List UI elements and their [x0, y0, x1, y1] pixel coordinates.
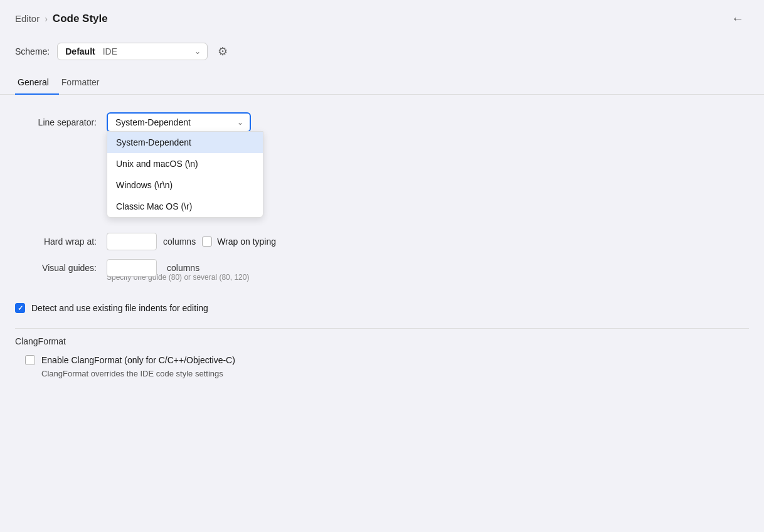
header: Editor › Code Style ← — [0, 0, 764, 35]
clang-enable-label: Enable ClangFormat (only for C/C++/Objec… — [41, 355, 235, 365]
hard-wrap-input[interactable] — [107, 233, 157, 250]
dropdown-item-classic[interactable]: Classic Mac OS (\r) — [107, 196, 263, 217]
visual-guides-label: Visual guides: — [15, 263, 97, 273]
hard-wrap-columns-label: columns — [163, 237, 196, 247]
tabs-bar: General Formatter — [0, 72, 764, 95]
page: Editor › Code Style ← Scheme: Default ID… — [0, 0, 764, 532]
hard-wrap-row: Hard wrap at: columns Wrap on typing — [15, 233, 749, 250]
wrap-on-typing-row: Wrap on typing — [202, 237, 276, 247]
line-separator-select[interactable]: System-Dependent ⌄ — [107, 112, 251, 132]
line-separator-dropdown: System-Dependent Unix and macOS (\n) Win… — [107, 131, 263, 218]
dropdown-item-windows[interactable]: Windows (\r\n) — [107, 174, 263, 196]
detect-indents-row: Detect and use existing file indents for… — [15, 293, 749, 323]
visual-guides-columns-label: columns — [167, 263, 199, 273]
breadcrumb-title: Code Style — [53, 13, 108, 25]
line-separator-row: Line separator: System-Dependent ⌄ Syste… — [15, 112, 749, 132]
gear-button[interactable]: ⚙ — [215, 42, 230, 61]
scheme-row: Scheme: Default IDE ⌄ ⚙ — [0, 35, 764, 72]
scheme-select[interactable]: Default IDE ⌄ — [57, 43, 208, 60]
clang-format-section-title: ClangFormat — [15, 336, 749, 346]
breadcrumb: Editor › Code Style — [15, 13, 108, 25]
hard-wrap-controls: columns Wrap on typing — [107, 233, 276, 250]
visual-guides-row: Visual guides: columns — [15, 259, 749, 277]
wrap-on-typing-checkbox[interactable] — [202, 237, 212, 247]
detect-indents-label: Detect and use existing file indents for… — [31, 303, 208, 313]
tab-formatter[interactable]: Formatter — [59, 72, 110, 95]
clang-enable-checkbox[interactable] — [25, 355, 35, 365]
line-separator-container: System-Dependent ⌄ System-Dependent Unix… — [107, 112, 251, 132]
wrap-on-typing-label: Wrap on typing — [217, 237, 276, 247]
line-separator-arrow-icon: ⌄ — [237, 118, 243, 127]
scheme-label: Scheme: — [15, 46, 50, 56]
detect-indents-checkbox[interactable] — [15, 303, 25, 313]
tab-general[interactable]: General — [15, 72, 59, 95]
scheme-arrow-icon: ⌄ — [194, 47, 201, 56]
section-divider — [15, 328, 749, 329]
breadcrumb-separator: › — [45, 14, 48, 24]
scheme-sub: IDE — [103, 46, 117, 56]
dropdown-item-system[interactable]: System-Dependent — [107, 132, 263, 153]
breadcrumb-parent: Editor — [15, 13, 40, 24]
scheme-name: Default — [65, 46, 95, 56]
hard-wrap-label: Hard wrap at: — [15, 237, 97, 247]
line-separator-label: Line separator: — [15, 112, 97, 127]
back-button[interactable]: ← — [726, 9, 749, 28]
clang-enable-row: Enable ClangFormat (only for C/C++/Objec… — [15, 355, 749, 365]
clang-note: ClangFormat overrides the IDE code style… — [15, 369, 749, 378]
line-separator-selected: System-Dependent — [115, 117, 232, 127]
dropdown-item-unix[interactable]: Unix and macOS (\n) — [107, 153, 263, 174]
visual-guides-input[interactable] — [107, 259, 157, 277]
content-area: Line separator: System-Dependent ⌄ Syste… — [0, 95, 764, 393]
